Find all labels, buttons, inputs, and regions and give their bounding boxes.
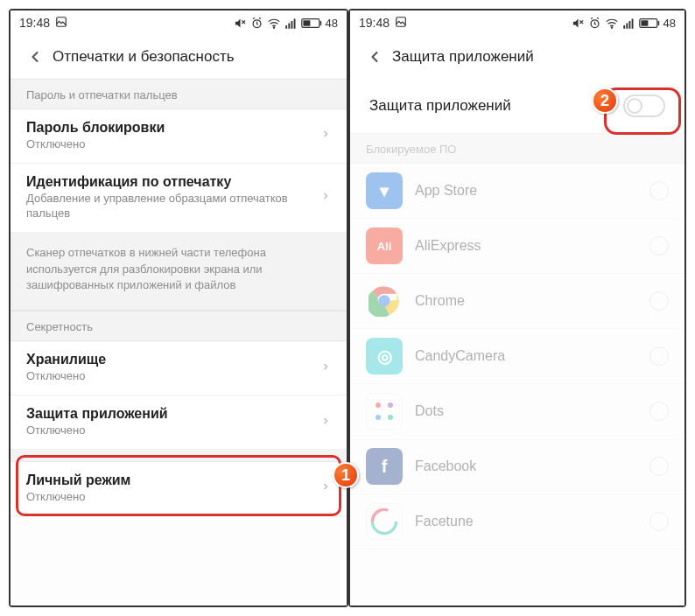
app-icon	[366, 393, 403, 430]
chevron-right-icon	[320, 359, 331, 378]
status-time: 19:48	[19, 16, 50, 30]
section-blocked-apps: Блокируемое ПО	[350, 133, 684, 164]
status-bar: 19:48 48	[11, 10, 347, 35]
back-button[interactable]	[357, 39, 392, 74]
svg-point-16	[611, 26, 612, 27]
svg-rect-20	[631, 18, 633, 28]
item-subtitle: Отключено	[26, 137, 313, 152]
app-select-radio[interactable]	[649, 291, 669, 311]
app-name: CandyCamera	[415, 348, 637, 364]
svg-point-30	[376, 415, 381, 420]
app-row[interactable]: Chrome	[350, 274, 684, 329]
item-lock-password[interactable]: Пароль блокировки Отключено	[11, 109, 347, 164]
chevron-right-icon	[320, 126, 331, 145]
battery-level: 48	[326, 17, 338, 30]
svg-rect-18	[626, 23, 628, 28]
svg-point-24	[370, 287, 399, 316]
battery-level: 48	[663, 17, 676, 30]
svg-point-31	[388, 415, 393, 420]
app-select-radio[interactable]	[649, 181, 669, 200]
signal-icon	[622, 17, 635, 30]
svg-point-25	[378, 295, 390, 307]
svg-point-4	[273, 26, 274, 27]
svg-rect-22	[657, 21, 659, 25]
screenshot-icon	[395, 16, 407, 31]
mute-icon	[572, 17, 585, 30]
app-row[interactable]: Facetune	[350, 494, 684, 550]
app-icon	[366, 283, 403, 319]
svg-point-33	[372, 509, 396, 533]
app-row[interactable]: ▾App Store	[350, 164, 684, 219]
app-select-radio[interactable]	[649, 457, 669, 476]
svg-rect-19	[628, 21, 630, 29]
wifi-icon	[267, 17, 281, 30]
chevron-right-icon	[320, 413, 331, 432]
screen-title: Отпечатки и безопасность	[53, 48, 235, 66]
svg-rect-10	[319, 21, 321, 25]
svg-point-27	[381, 298, 389, 305]
app-icon	[366, 503, 403, 540]
app-row[interactable]: ◎CandyCamera	[350, 329, 684, 384]
alarm-icon	[250, 17, 263, 30]
svg-point-28	[376, 402, 381, 408]
step-badge-2: 2	[592, 88, 618, 114]
app-row[interactable]: Dots	[350, 384, 684, 439]
toggle-label: Защита приложений	[369, 97, 511, 115]
app-icon: f	[366, 448, 403, 485]
item-personal-mode[interactable]: Личный режим Отключено	[11, 462, 347, 516]
app-row[interactable]: AliAliExpress	[350, 219, 684, 274]
toggle-app-protection-row: Защита приложений	[350, 79, 684, 133]
item-fingerprint-id[interactable]: Идентификация по отпечатку Добавление и …	[11, 164, 347, 233]
svg-point-32	[372, 509, 396, 533]
app-name: Chrome	[415, 293, 637, 309]
item-title: Защита приложений	[26, 406, 313, 422]
screen-title: Защита приложений	[392, 48, 534, 66]
title-bar: Отпечатки и безопасность	[11, 35, 347, 79]
svg-rect-8	[293, 18, 295, 28]
app-icon: ◎	[366, 338, 403, 374]
battery-icon	[301, 18, 322, 29]
app-icon: Ali	[366, 228, 403, 264]
svg-point-29	[388, 402, 393, 408]
back-button[interactable]	[18, 39, 53, 74]
app-name: Facetune	[415, 514, 637, 529]
app-select-radio[interactable]	[649, 236, 669, 256]
alarm-icon	[588, 17, 601, 30]
app-name: AliExpress	[415, 238, 637, 254]
item-subtitle: Отключено	[26, 369, 313, 384]
status-time: 19:48	[359, 16, 390, 30]
chevron-right-icon	[320, 188, 331, 207]
item-app-protection[interactable]: Защита приложений Отключено	[11, 396, 347, 450]
section-privacy: Секретность	[11, 311, 347, 341]
screenshot-icon	[55, 16, 67, 31]
title-bar: Защита приложений	[350, 35, 684, 79]
item-title: Идентификация по отпечатку	[26, 174, 313, 190]
svg-rect-6	[288, 23, 290, 28]
item-storage[interactable]: Хранилище Отключено	[11, 341, 347, 396]
item-subtitle: Добавление и управление образцами отпеча…	[26, 192, 313, 221]
app-row[interactable]: fFacebook	[350, 439, 684, 494]
fingerprint-info: Сканер отпечатков в нижней части телефон…	[11, 233, 347, 312]
svg-rect-23	[641, 20, 648, 25]
app-select-radio[interactable]	[649, 346, 669, 366]
svg-rect-17	[623, 25, 625, 29]
app-icon: ▾	[366, 172, 403, 209]
app-name: App Store	[415, 183, 637, 199]
status-bar: 19:48 48	[350, 10, 684, 35]
svg-rect-11	[303, 20, 310, 25]
item-title: Личный режим	[26, 472, 313, 488]
item-subtitle: Отключено	[26, 490, 313, 505]
toggle-app-protection[interactable]	[623, 94, 665, 117]
svg-rect-5	[285, 25, 287, 29]
item-subtitle: Отключено	[26, 424, 313, 438]
signal-icon	[284, 17, 298, 30]
app-name: Facebook	[415, 458, 637, 474]
battery-icon	[639, 18, 660, 29]
section-password-fingerprint: Пароль и отпечатки пальцев	[11, 79, 347, 109]
step-badge-1: 1	[333, 462, 359, 488]
app-select-radio[interactable]	[649, 402, 669, 421]
mute-icon	[234, 17, 247, 30]
app-select-radio[interactable]	[649, 512, 669, 531]
item-title: Пароль блокировки	[26, 120, 313, 136]
chevron-right-icon	[320, 479, 331, 498]
